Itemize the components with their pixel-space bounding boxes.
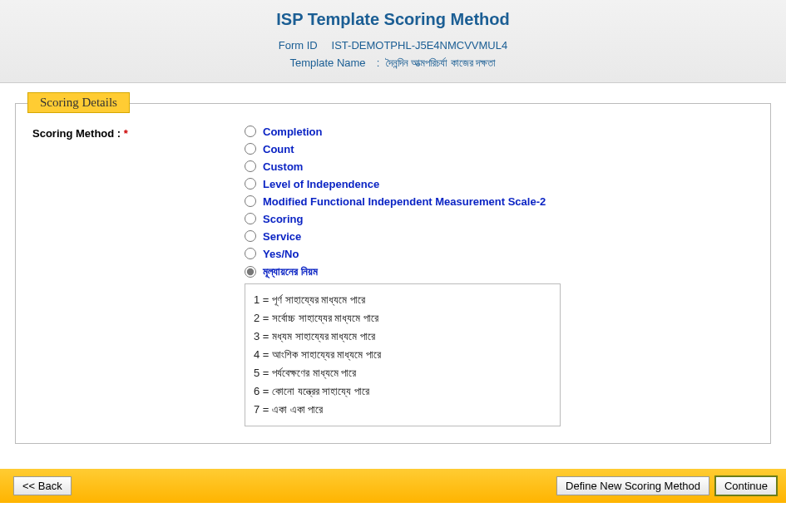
label-mfims2[interactable]: Modified Functional Independent Measurem…: [263, 195, 546, 208]
scoring-method-options: Completion Count Custom Level of Indepen…: [245, 126, 754, 427]
option-level-of-independence[interactable]: Level of Independence: [245, 178, 754, 190]
option-count[interactable]: Count: [245, 143, 754, 155]
content-wrap: Scoring Details Scoring Method : * Compl…: [0, 83, 786, 470]
required-marker: *: [124, 127, 128, 140]
detail-line-3: 3 = মধ্যম সাহায্যের মাধ্যমে পারে: [254, 328, 551, 346]
scoring-method-label: Scoring Method : *: [32, 126, 245, 140]
label-yesno[interactable]: Yes/No: [263, 248, 299, 260]
template-name-line: Template Name : দৈনন্দিন আত্মপরিচর্যা কা…: [0, 55, 786, 72]
header-band: ISP Template Scoring Method Form ID IST-…: [0, 0, 786, 83]
radio-completion[interactable]: [245, 126, 256, 137]
form-id-line: Form ID IST-DEMOTPHL-J5E4NMCVVMUL4: [0, 37, 786, 55]
option-bengali[interactable]: মূল্যায়নের নিয়ম: [245, 265, 754, 278]
option-custom[interactable]: Custom: [245, 160, 754, 173]
label-count[interactable]: Count: [263, 143, 294, 155]
continue-button[interactable]: Continue: [714, 475, 778, 496]
detail-line-2: 2 = সর্বোচ্চ সাহায্যের মাধ্যমে পারে: [254, 309, 551, 328]
option-mfims2[interactable]: Modified Functional Independent Measurem…: [245, 195, 754, 208]
footer-bar: << Back Define New Scoring Method Contin…: [0, 469, 786, 503]
radio-bengali[interactable]: [245, 266, 256, 278]
define-new-scoring-method-button[interactable]: Define New Scoring Method: [556, 476, 709, 495]
form-id-value: IST-DEMOTPHL-J5E4NMCVVMUL4: [332, 39, 508, 52]
scoring-details-fieldset: Scoring Details Scoring Method : * Compl…: [15, 103, 771, 445]
template-name-value: দৈনন্দিন আত্মপরিচর্যা কাজের দক্ষতা: [386, 57, 497, 69]
option-yesno[interactable]: Yes/No: [245, 248, 754, 260]
radio-mfims2[interactable]: [245, 195, 256, 207]
radio-custom[interactable]: [245, 160, 256, 172]
radio-count[interactable]: [245, 143, 256, 155]
label-custom[interactable]: Custom: [263, 160, 303, 173]
detail-line-1: 1 = পূর্ণ সাহায্যের মাধ্যমে পারে: [254, 291, 551, 309]
detail-line-7: 7 = একা একা পারে: [254, 401, 551, 419]
scoring-details-legend: Scoring Details: [27, 92, 130, 113]
option-scoring[interactable]: Scoring: [245, 213, 754, 225]
option-service[interactable]: Service: [245, 230, 754, 243]
template-name-label: Template Name: [290, 57, 366, 69]
scoring-method-row: Scoring Method : * Completion Count Cust…: [32, 126, 754, 427]
back-button[interactable]: << Back: [13, 476, 72, 495]
page-title: ISP Template Scoring Method: [0, 10, 786, 29]
label-loi[interactable]: Level of Independence: [263, 178, 379, 190]
detail-line-4: 4 = আংশিক সাহায্যের মাধ্যমে পারে: [254, 346, 551, 364]
radio-scoring[interactable]: [245, 213, 256, 224]
detail-line-5: 5 = পর্যবেক্ষণের মাধ্যমে পারে: [254, 364, 551, 382]
form-id-label: Form ID: [279, 39, 318, 52]
radio-loi[interactable]: [245, 178, 256, 190]
label-bengali[interactable]: মূল্যায়নের নিয়ম: [263, 265, 318, 278]
option-completion[interactable]: Completion: [245, 126, 754, 138]
radio-yesno[interactable]: [245, 248, 256, 259]
label-scoring[interactable]: Scoring: [263, 213, 303, 225]
label-service[interactable]: Service: [263, 230, 301, 243]
detail-line-6: 6 = কোনো যন্ত্রের সাহায্যে পারে: [254, 382, 551, 401]
scoring-detail-box: 1 = পূর্ণ সাহায্যের মাধ্যমে পারে 2 = সর্…: [245, 283, 561, 427]
label-completion[interactable]: Completion: [263, 126, 323, 138]
radio-service[interactable]: [245, 230, 256, 242]
